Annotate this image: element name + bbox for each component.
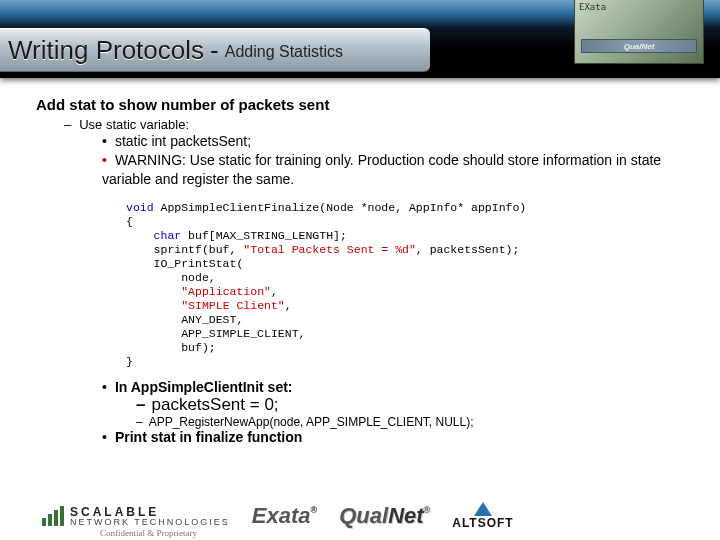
content: Add stat to show number of packets sent … xyxy=(36,96,690,445)
kw-char: char xyxy=(126,229,181,242)
bars-icon xyxy=(42,506,64,526)
code-line: ANY_DEST, xyxy=(126,313,243,326)
code-line: node, xyxy=(126,271,216,284)
bullet-warning: •WARNING: Use static for training only. … xyxy=(102,151,690,189)
set-zero: –packetsSent = 0; xyxy=(136,395,690,415)
altsoft-text: ALTSOFT xyxy=(452,516,513,530)
code-line: } xyxy=(126,355,133,368)
str-literal: "Application" xyxy=(181,285,271,298)
reg-icon: ® xyxy=(311,505,318,515)
title-sub: Adding Statistics xyxy=(225,43,343,61)
print-text: Print stat in finalize function xyxy=(115,429,302,445)
code-block: void AppSimpleClientFinalize(Node *node,… xyxy=(126,201,690,369)
logo-altsoft: ALTSOFT xyxy=(452,502,513,530)
init-text: In AppSimpleClientInit set: xyxy=(115,379,293,395)
set-zero-text: packetsSent = 0; xyxy=(151,395,278,414)
code-line: IO_PrintStat( xyxy=(126,257,243,270)
str-literal: "SIMPLE Client" xyxy=(181,299,285,312)
code-line: , xyxy=(271,285,278,298)
str-literal: "Total Packets Sent = %d" xyxy=(243,243,416,256)
header-band: EXata QualNet Writing Protocols - Adding… xyxy=(0,0,720,78)
confidential-label: Confidential & Proprietary xyxy=(100,528,197,538)
code-line: buf[MAX_STRING_LENGTH]; xyxy=(181,229,347,242)
bullet-icon: • xyxy=(102,379,107,395)
sub-heading: –Use static variable: xyxy=(64,117,690,132)
exata-text: Exata xyxy=(252,503,311,528)
corner-brand: QualNet xyxy=(624,42,655,51)
title-bar: Writing Protocols - Adding Statistics xyxy=(0,28,430,72)
qualnet-b: Net xyxy=(388,503,423,528)
dash-icon: – xyxy=(136,415,143,429)
code-line: { xyxy=(126,215,133,228)
logo-scalable: SCALABLE NETWORK TECHNOLOGIES xyxy=(42,506,230,527)
init-line: •In AppSimpleClientInit set: xyxy=(102,379,690,395)
use-static-label: Use static variable: xyxy=(79,117,189,132)
bullet-icon: • xyxy=(102,133,107,149)
logo-qualnet: QualNet® xyxy=(339,503,430,529)
corner-strip: QualNet xyxy=(581,39,697,53)
code-line xyxy=(126,285,181,298)
logo-exata: Exata® xyxy=(252,503,317,529)
qualnet-a: Qual xyxy=(339,503,388,528)
code-line: , xyxy=(285,299,292,312)
title-sep: - xyxy=(210,35,219,66)
dash-bold-icon: – xyxy=(136,395,145,414)
bullet-static: •static int packetsSent; xyxy=(102,132,690,151)
reg-icon: ® xyxy=(424,505,431,515)
bullet-static-text: static int packetsSent; xyxy=(115,133,251,149)
footer-logos: SCALABLE NETWORK TECHNOLOGIES Exata® Qua… xyxy=(42,502,700,530)
dash-icon: – xyxy=(64,117,71,132)
title-main: Writing Protocols xyxy=(8,35,204,66)
kw-void: void xyxy=(126,201,154,214)
register-text: APP_RegisterNewApp(node, APP_SIMPLE_CLIE… xyxy=(149,415,474,429)
scalable-text: SCALABLE NETWORK TECHNOLOGIES xyxy=(70,506,230,527)
code-line: buf); xyxy=(126,341,216,354)
bullet-icon: • xyxy=(102,429,107,445)
register-line: –APP_RegisterNewApp(node, APP_SIMPLE_CLI… xyxy=(136,415,690,429)
corner-label: EXata xyxy=(579,2,606,12)
code-line: , packetsSent); xyxy=(416,243,520,256)
code-line: APP_SIMPLE_CLIENT, xyxy=(126,327,305,340)
code-line: AppSimpleClientFinalize(Node *node, AppI… xyxy=(154,201,527,214)
code-line xyxy=(126,299,181,312)
triangle-icon xyxy=(474,502,492,516)
section-heading: Add stat to show number of packets sent xyxy=(36,96,690,113)
bullet-warning-text: WARNING: Use static for training only. P… xyxy=(102,152,661,187)
scalable-bottom: NETWORK TECHNOLOGIES xyxy=(70,517,230,527)
corner-thumbnail: EXata QualNet xyxy=(574,0,704,64)
post-section: •In AppSimpleClientInit set: –packetsSen… xyxy=(36,379,690,445)
print-line: •Print stat in finalize function xyxy=(102,429,690,445)
bullet-icon: • xyxy=(102,152,107,168)
code-line: sprintf(buf, xyxy=(126,243,243,256)
